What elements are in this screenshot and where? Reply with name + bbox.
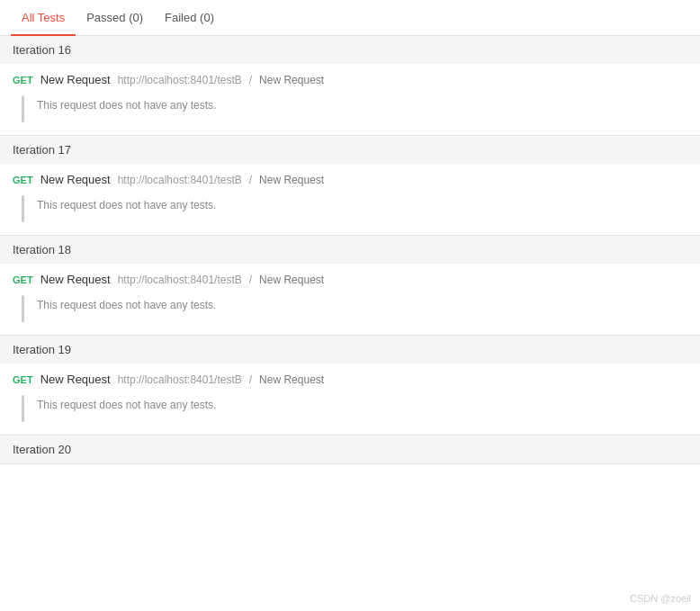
test-message-row: This request does not have any tests. [0, 92, 700, 135]
tab-all-tests[interactable]: All Tests [11, 0, 76, 36]
request-separator: / [249, 373, 252, 386]
request-row[interactable]: GETNew Requesthttp://localhost:8401/test… [0, 64, 700, 92]
iteration-block: Iteration 19GETNew Requesthttp://localho… [0, 336, 700, 436]
request-separator: / [249, 74, 252, 86]
iteration-block: Iteration 17GETNew Requesthttp://localho… [0, 136, 700, 236]
iteration-block: Iteration 16GETNew Requesthttp://localho… [0, 36, 700, 136]
test-message: This request does not have any tests. [37, 295, 216, 311]
test-message: This request does not have any tests. [37, 395, 216, 411]
test-message-row: This request does not have any tests. [0, 292, 700, 335]
left-border [22, 295, 24, 322]
tab-failed[interactable]: Failed (0) [154, 0, 225, 36]
iteration-header: Iteration 19 [0, 336, 700, 364]
left-border [22, 395, 24, 422]
request-name: New Request [40, 273, 111, 286]
request-name: New Request [40, 73, 111, 86]
method-badge: GET [13, 374, 33, 385]
request-row[interactable]: GETNew Requesthttp://localhost:8401/test… [0, 364, 700, 391]
request-path: New Request [259, 274, 324, 286]
request-path: New Request [259, 373, 324, 386]
request-name: New Request [40, 373, 111, 386]
iteration-header: Iteration 18 [0, 236, 700, 264]
iteration-block: Iteration 20 [0, 436, 700, 464]
iteration-header: Iteration 20 [0, 436, 700, 463]
iterations-list: Iteration 16GETNew Requesthttp://localho… [0, 36, 700, 464]
request-path: New Request [259, 174, 324, 186]
request-row[interactable]: GETNew Requesthttp://localhost:8401/test… [0, 264, 700, 292]
request-name: New Request [40, 173, 111, 186]
left-border [22, 195, 24, 222]
request-url: http://localhost:8401/testB [118, 373, 242, 386]
watermark: CSDN @zoeil [630, 593, 691, 604]
iteration-header: Iteration 16 [0, 36, 700, 64]
request-url: http://localhost:8401/testB [118, 274, 242, 286]
request-path: New Request [259, 74, 324, 86]
tabs-bar: All Tests Passed (0) Failed (0) [0, 0, 700, 36]
test-message-row: This request does not have any tests. [0, 391, 700, 435]
iteration-header: Iteration 17 [0, 136, 700, 164]
tab-passed[interactable]: Passed (0) [76, 0, 154, 36]
method-badge: GET [13, 175, 33, 185]
request-row[interactable]: GETNew Requesthttp://localhost:8401/test… [0, 164, 700, 192]
test-message: This request does not have any tests. [37, 95, 216, 112]
request-separator: / [249, 174, 252, 186]
method-badge: GET [13, 75, 33, 85]
request-separator: / [249, 274, 252, 286]
method-badge: GET [13, 274, 33, 285]
test-message: This request does not have any tests. [37, 195, 216, 211]
iteration-block: Iteration 18GETNew Requesthttp://localho… [0, 236, 700, 336]
test-message-row: This request does not have any tests. [0, 192, 700, 235]
request-url: http://localhost:8401/testB [118, 174, 242, 186]
left-border [22, 95, 24, 122]
request-url: http://localhost:8401/testB [118, 74, 242, 86]
